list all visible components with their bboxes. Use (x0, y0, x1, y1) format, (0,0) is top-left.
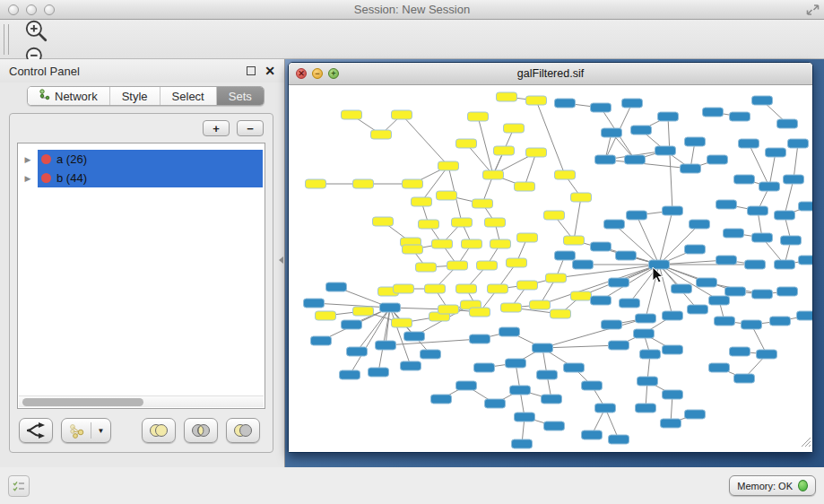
graph-node[interactable] (591, 296, 611, 305)
graph-node[interactable] (730, 112, 750, 121)
graph-node[interactable] (775, 260, 795, 269)
graph-node[interactable] (730, 347, 750, 356)
graph-node[interactable] (707, 155, 728, 164)
graph-node[interactable] (595, 155, 616, 164)
graph-node[interactable] (634, 329, 655, 338)
graph-node[interactable] (483, 170, 504, 179)
graph-node[interactable] (638, 377, 658, 386)
graph-node[interactable] (715, 317, 735, 326)
graph-node[interactable] (788, 139, 809, 148)
graph-node[interactable] (542, 395, 562, 404)
graph-node[interactable] (663, 206, 683, 215)
fullscreen-expand-icon[interactable] (806, 3, 820, 21)
graph-node[interactable] (622, 99, 643, 108)
graph-node[interactable] (748, 206, 768, 215)
collapse-panel-icon[interactable] (279, 256, 283, 264)
graph-node[interactable] (663, 390, 683, 399)
graph-node[interactable] (571, 291, 592, 300)
graph-node[interactable] (661, 419, 681, 428)
network-window[interactable]: ✕ − + galFiltered.sif (288, 62, 813, 453)
difference-sets-button[interactable] (226, 418, 260, 443)
set-list-item[interactable]: ▶b (44) (18, 169, 265, 187)
graph-node[interactable] (473, 199, 493, 208)
graph-node[interactable] (474, 363, 495, 372)
graph-node[interactable] (609, 278, 629, 287)
graph-node[interactable] (533, 343, 553, 352)
graph-node[interactable] (456, 139, 477, 148)
graph-node[interactable] (709, 363, 730, 372)
graph-node[interactable] (421, 350, 441, 359)
graph-node[interactable] (685, 410, 706, 419)
graph-node[interactable] (311, 336, 332, 345)
graph-node[interactable] (403, 179, 423, 188)
graph-node[interactable] (616, 251, 637, 260)
graph-node[interactable] (494, 146, 515, 155)
graph-node[interactable] (470, 335, 490, 343)
graph-node[interactable] (456, 381, 477, 390)
close-window-icon[interactable] (8, 4, 19, 15)
graph-node[interactable] (555, 251, 576, 260)
graph-node[interactable] (609, 435, 629, 444)
graph-node[interactable] (716, 256, 737, 265)
graph-node[interactable] (394, 284, 414, 293)
split-sets-button[interactable] (19, 418, 53, 443)
zoom-window-icon[interactable] (44, 4, 55, 15)
tab-style[interactable]: Style (109, 87, 160, 105)
graph-node[interactable] (517, 281, 538, 290)
graph-node[interactable] (447, 261, 468, 270)
graph-node[interactable] (655, 146, 676, 155)
graph-node[interactable] (564, 236, 585, 245)
graph-node[interactable] (636, 404, 656, 413)
graph-node[interactable] (369, 368, 389, 377)
graph-node[interactable] (431, 395, 452, 404)
graph-node[interactable] (546, 274, 567, 282)
graph-node[interactable] (625, 155, 646, 164)
graph-node[interactable] (468, 112, 489, 121)
remove-set-button[interactable]: − (237, 120, 264, 136)
set-item-selection[interactable]: b (44) (38, 169, 263, 187)
graph-node[interactable] (690, 220, 710, 229)
network-canvas[interactable] (289, 85, 812, 452)
graph-node[interactable] (775, 211, 795, 220)
float-panel-icon[interactable] (247, 66, 256, 75)
graph-node[interactable] (604, 220, 625, 229)
graph-node[interactable] (544, 211, 565, 220)
graph-node[interactable] (432, 239, 453, 248)
graph-node[interactable] (506, 359, 526, 368)
graph-node[interactable] (725, 287, 746, 296)
graph-node[interactable] (485, 218, 506, 227)
graph-node[interactable] (672, 284, 692, 293)
graph-node[interactable] (709, 296, 730, 305)
graph-node[interactable] (488, 284, 508, 293)
graph-node[interactable] (582, 381, 603, 390)
graph-node[interactable] (326, 282, 347, 291)
graph-node[interactable] (739, 139, 759, 148)
graph-node[interactable] (371, 130, 392, 139)
graph-node[interactable] (376, 341, 396, 350)
graph-node[interactable] (306, 179, 326, 188)
graph-node[interactable] (416, 263, 437, 272)
sets-list[interactable]: ▶a (26)▶b (44) (17, 143, 265, 409)
graph-node[interactable] (658, 112, 679, 121)
graph-node[interactable] (555, 170, 576, 179)
graph-node[interactable] (724, 229, 744, 238)
tab-sets[interactable]: Sets (216, 87, 264, 105)
graph-node[interactable] (470, 308, 490, 317)
graph-node[interactable] (412, 197, 432, 206)
set-list-item[interactable]: ▶a (26) (18, 150, 265, 169)
sets-horizontal-scrollbar[interactable] (19, 395, 264, 407)
graph-node[interactable] (663, 345, 683, 354)
graph-node[interactable] (636, 314, 656, 323)
graph-node[interactable] (602, 128, 622, 137)
graph-node[interactable] (392, 318, 412, 327)
dropdown-caret-icon[interactable]: ▼ (95, 427, 108, 435)
graph-node[interactable] (456, 284, 477, 293)
minimize-window-icon[interactable] (26, 4, 37, 15)
graph-node[interactable] (340, 370, 360, 379)
graph-node[interactable] (745, 260, 766, 269)
graph-node[interactable] (770, 317, 791, 326)
graph-node[interactable] (620, 299, 640, 308)
graph-node[interactable] (799, 202, 813, 211)
graph-node[interactable] (688, 305, 708, 314)
graph-node[interactable] (609, 341, 629, 350)
